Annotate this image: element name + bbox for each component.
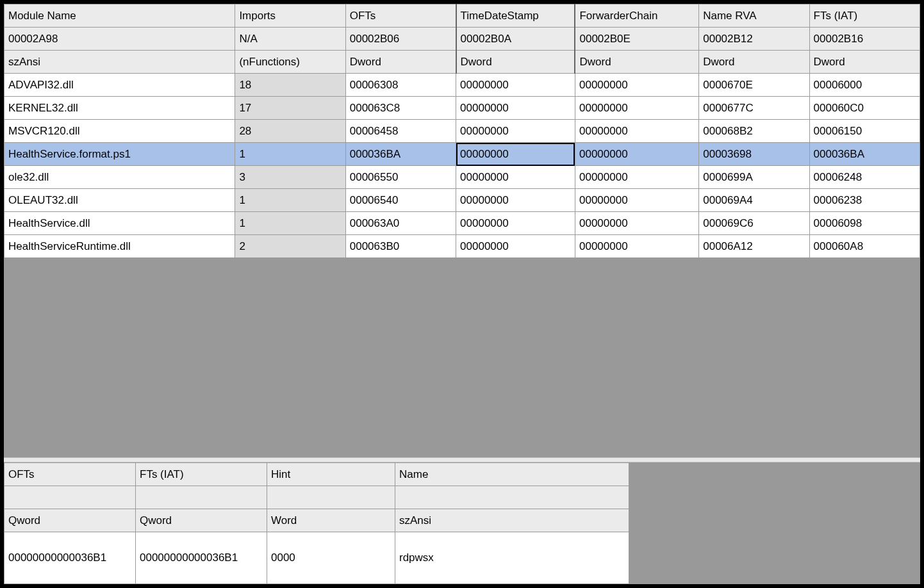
cell-fts_iat[interactable]: 00006248 <box>809 166 920 189</box>
cell-name_rva[interactable]: 000069A4 <box>699 189 809 212</box>
cell-fts_iat[interactable]: 00006238 <box>809 189 920 212</box>
cell-imports[interactable]: 3 <box>235 166 345 189</box>
bcol-header-hint[interactable]: Hint <box>267 463 395 486</box>
cell-timedatestamp[interactable]: 00000000 <box>456 189 575 212</box>
functions-table[interactable]: OFTs FTs (IAT) Hint Name Qword Qword Wor… <box>4 462 629 584</box>
cell-name[interactable]: rdpwsx <box>395 532 629 584</box>
col-header-imports[interactable]: Imports <box>235 4 345 28</box>
imports-table[interactable]: Module Name Imports OFTs TimeDateStamp F… <box>4 4 920 258</box>
col-header-name-rva[interactable]: Name RVA <box>699 4 809 28</box>
cell-forwarderchain[interactable]: 00000000 <box>575 97 698 120</box>
cell-name_rva[interactable]: 000068B2 <box>699 120 809 143</box>
cell-ofts[interactable]: 00000000000036B1 <box>4 532 136 584</box>
cell-timedatestamp[interactable]: 00000000 <box>456 120 575 143</box>
cell-timedatestamp[interactable]: 00000000 <box>456 143 575 166</box>
cell-name_rva[interactable]: 0000670E <box>699 74 809 97</box>
cell-module_name[interactable]: ADVAPI32.dll <box>4 74 235 97</box>
cell-timedatestamp[interactable]: 00000000 <box>456 74 575 97</box>
cell-module_name[interactable]: HealthService.dll <box>4 212 235 235</box>
cell-name_rva[interactable]: 0000677C <box>699 97 809 120</box>
table-row[interactable]: 00000000000036B100000000000036B10000rdpw… <box>4 532 629 584</box>
cell-fts_iat[interactable]: 00006000 <box>809 74 920 97</box>
cell-forwarderchain[interactable]: 00000000 <box>575 189 698 212</box>
offset-imports: N/A <box>235 28 345 51</box>
cell-imports[interactable]: 28 <box>235 120 345 143</box>
imports-table-pane: Module Name Imports OFTs TimeDateStamp F… <box>4 4 920 457</box>
offset-module-name: 00002A98 <box>4 28 235 51</box>
col-header-forwarderchain[interactable]: ForwarderChain <box>575 4 698 28</box>
bcol-header-fts-iat[interactable]: FTs (IAT) <box>136 463 267 486</box>
cell-timedatestamp[interactable]: 00000000 <box>456 97 575 120</box>
cell-ofts[interactable]: 00006540 <box>345 189 456 212</box>
cell-ofts[interactable]: 00006308 <box>345 74 456 97</box>
offset-timedatestamp: 00002B0A <box>456 28 575 51</box>
cell-ofts[interactable]: 000036BA <box>345 143 456 166</box>
cell-ofts[interactable]: 00006550 <box>345 166 456 189</box>
cell-timedatestamp[interactable]: 00000000 <box>456 166 575 189</box>
btype-name: szAnsi <box>395 509 629 532</box>
cell-ofts[interactable]: 00006458 <box>345 120 456 143</box>
functions-table-pane: OFTs FTs (IAT) Hint Name Qword Qword Wor… <box>4 462 920 584</box>
cell-fts_iat[interactable]: 00006098 <box>809 212 920 235</box>
cell-forwarderchain[interactable]: 00000000 <box>575 120 698 143</box>
cell-module_name[interactable]: OLEAUT32.dll <box>4 189 235 212</box>
cell-forwarderchain[interactable]: 00000000 <box>575 166 698 189</box>
bcol-header-ofts[interactable]: OFTs <box>4 463 136 486</box>
cell-imports[interactable]: 18 <box>235 74 345 97</box>
cell-fts_iat[interactable]: 000036BA <box>809 143 920 166</box>
cell-imports[interactable]: 17 <box>235 97 345 120</box>
col-header-ofts[interactable]: OFTs <box>345 4 456 28</box>
cell-module_name[interactable]: HealthService.format.ps1 <box>4 143 235 166</box>
offset-fts-iat: 00002B16 <box>809 28 920 51</box>
table-row[interactable]: HealthService.dll1000063A000000000000000… <box>4 212 920 235</box>
empty-scroll-area <box>4 258 920 457</box>
table-row[interactable]: HealthService.format.ps11000036BA0000000… <box>4 143 920 166</box>
btype-fts-iat: Qword <box>136 509 267 532</box>
type-timedatestamp: Dword <box>456 51 575 74</box>
cell-ofts[interactable]: 000063C8 <box>345 97 456 120</box>
cell-fts_iat[interactable]: 000060C0 <box>809 97 920 120</box>
cell-name_rva[interactable]: 00006A12 <box>699 235 809 258</box>
table-row[interactable]: ADVAPI32.dll1800006308000000000000000000… <box>4 74 920 97</box>
table-row[interactable]: KERNEL32.dll17000063C8000000000000000000… <box>4 97 920 120</box>
table-row[interactable]: ole32.dll3000065500000000000000000000069… <box>4 166 920 189</box>
bcol-header-name[interactable]: Name <box>395 463 629 486</box>
cell-module_name[interactable]: MSVCR120.dll <box>4 120 235 143</box>
cell-name_rva[interactable]: 00003698 <box>699 143 809 166</box>
table-row[interactable]: HealthServiceRuntime.dll2000063B00000000… <box>4 235 920 258</box>
cell-name_rva[interactable]: 000069C6 <box>699 212 809 235</box>
cell-forwarderchain[interactable]: 00000000 <box>575 143 698 166</box>
cell-imports[interactable]: 1 <box>235 212 345 235</box>
boffset-hint <box>267 486 395 509</box>
cell-fts_iat[interactable]: 00000000000036B1 <box>136 532 267 584</box>
header-row-names: Module Name Imports OFTs TimeDateStamp F… <box>4 4 920 28</box>
col-header-module-name[interactable]: Module Name <box>4 4 235 28</box>
cell-forwarderchain[interactable]: 00000000 <box>575 212 698 235</box>
table-row[interactable]: OLEAUT32.dll1000065400000000000000000000… <box>4 189 920 212</box>
col-header-fts-iat[interactable]: FTs (IAT) <box>809 4 920 28</box>
cell-forwarderchain[interactable]: 00000000 <box>575 74 698 97</box>
btype-ofts: Qword <box>4 509 136 532</box>
cell-module_name[interactable]: HealthServiceRuntime.dll <box>4 235 235 258</box>
cell-forwarderchain[interactable]: 00000000 <box>575 235 698 258</box>
cell-hint[interactable]: 0000 <box>267 532 395 584</box>
cell-timedatestamp[interactable]: 00000000 <box>456 235 575 258</box>
cell-ofts[interactable]: 000063B0 <box>345 235 456 258</box>
type-imports: (nFunctions) <box>235 51 345 74</box>
cell-imports[interactable]: 1 <box>235 143 345 166</box>
cell-fts_iat[interactable]: 000060A8 <box>809 235 920 258</box>
cell-timedatestamp[interactable]: 00000000 <box>456 212 575 235</box>
cell-imports[interactable]: 2 <box>235 235 345 258</box>
offset-name-rva: 00002B12 <box>699 28 809 51</box>
cell-module_name[interactable]: KERNEL32.dll <box>4 97 235 120</box>
splitter[interactable] <box>4 457 920 462</box>
table-row[interactable]: MSVCR120.dll2800006458000000000000000000… <box>4 120 920 143</box>
cell-imports[interactable]: 1 <box>235 189 345 212</box>
cell-name_rva[interactable]: 0000699A <box>699 166 809 189</box>
cell-module_name[interactable]: ole32.dll <box>4 166 235 189</box>
cell-fts_iat[interactable]: 00006150 <box>809 120 920 143</box>
bottom-header-row-offsets <box>4 486 629 509</box>
cell-ofts[interactable]: 000063A0 <box>345 212 456 235</box>
col-header-timedatestamp[interactable]: TimeDateStamp <box>456 4 575 28</box>
btype-hint: Word <box>267 509 395 532</box>
